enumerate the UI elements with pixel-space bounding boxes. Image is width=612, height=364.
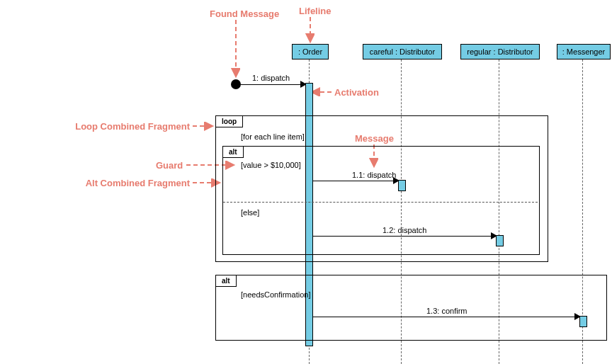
guard-loop: [for each line item] <box>241 132 305 141</box>
lifeline-careful-distributor: careful : Distributor <box>363 44 442 59</box>
msg-1-line <box>241 84 302 85</box>
annotation-guard: Guard <box>156 160 183 171</box>
msg-1-3-label: 1.3: confirm <box>426 307 467 315</box>
found-message-start <box>231 79 241 89</box>
annotation-found-message: Found Message <box>210 8 279 19</box>
msg-1-1-label: 1.1: dispatch <box>352 171 396 179</box>
fragment-alt2: alt <box>215 275 607 341</box>
msg-1-3-line <box>312 317 577 317</box>
activation-messenger <box>579 316 587 327</box>
fragment-alt2-label: alt <box>216 275 237 287</box>
msg-1-label: 1: dispatch <box>252 74 290 82</box>
activation-regular <box>496 235 504 246</box>
annotation-alt-fragment: Alt Combined Fragment <box>80 178 190 188</box>
lifeline-order: : Order <box>292 44 329 59</box>
msg-1-1-line <box>312 181 395 181</box>
guard-alt2: [needsConfirmation] <box>241 290 310 299</box>
annotation-lifeline: Lifeline <box>299 6 332 16</box>
alt1-divider <box>223 202 538 203</box>
fragment-alt1-label: alt <box>223 147 244 158</box>
fragment-loop-label: loop <box>216 116 243 127</box>
msg-1-2-line <box>312 236 493 237</box>
lifeline-regular-distributor: regular : Distributor <box>460 44 540 59</box>
msg-1-2-label: 1.2: dispatch <box>382 226 426 234</box>
annotation-loop-fragment: Loop Combined Fragment <box>69 121 190 132</box>
activation-careful <box>398 180 406 191</box>
annotation-activation: Activation <box>334 87 379 98</box>
lifeline-messenger: : Messenger <box>557 44 611 59</box>
guard-alt1-b: [else] <box>241 208 259 217</box>
sequence-diagram-canvas: Found Message Lifeline Activation Loop C… <box>0 0 612 364</box>
guard-alt1-a: [value > $10,000] <box>241 161 301 169</box>
